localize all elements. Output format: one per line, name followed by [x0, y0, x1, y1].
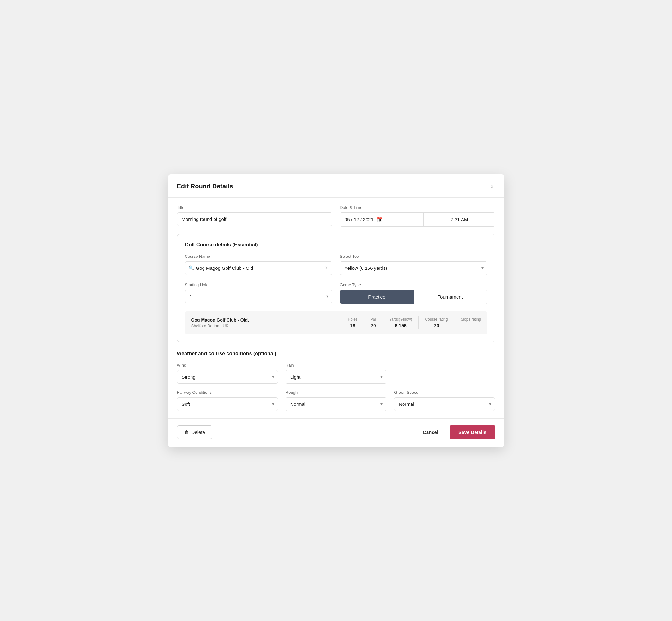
par-label: Par: [370, 317, 376, 322]
stat-divider-5: [454, 317, 454, 329]
stat-divider-2: [364, 317, 364, 329]
select-tee-label: Select Tee: [340, 254, 488, 259]
stat-divider-3: [383, 317, 383, 329]
wind-select-wrapper: None Light Moderate Strong Very Strong ▾: [177, 370, 278, 384]
course-clear-button[interactable]: ✕: [325, 265, 328, 271]
wind-group: Wind None Light Moderate Strong Very Str…: [177, 363, 278, 384]
title-date-row: Title Date & Time 05 / 12 / 2021 📅 7:31 …: [177, 205, 495, 226]
time-value: 7:31 AM: [451, 217, 468, 222]
modal-header: Edit Round Details ×: [168, 174, 504, 198]
select-tee-group: Select Tee Yellow (6,156 yards) ▾: [340, 254, 488, 275]
title-group: Title: [177, 205, 333, 226]
spacer: [394, 363, 495, 384]
save-button[interactable]: Save Details: [450, 425, 495, 439]
rough-select[interactable]: Short Normal Long: [286, 397, 386, 411]
holes-value: 18: [350, 323, 355, 328]
datetime-label: Date & Time: [340, 205, 495, 210]
wind-rain-row: Wind None Light Moderate Strong Very Str…: [177, 363, 495, 384]
game-type-label: Game Type: [340, 282, 488, 287]
course-info-name: Gog Magog Golf Club - Old, Shelford Bott…: [191, 318, 335, 328]
green-speed-select-wrapper: Slow Normal Fast Very Fast ▾: [394, 397, 495, 411]
green-speed-group: Green Speed Slow Normal Fast Very Fast ▾: [394, 390, 495, 411]
modal-body: Title Date & Time 05 / 12 / 2021 📅 7:31 …: [168, 198, 504, 418]
stat-divider-1: [341, 317, 341, 329]
time-field[interactable]: 7:31 AM: [424, 213, 495, 226]
course-location: Shelford Bottom, UK: [191, 323, 335, 328]
wind-label: Wind: [177, 363, 278, 368]
par-stat: Par 70: [370, 317, 376, 328]
course-info-bar: Gog Magog Golf Club - Old, Shelford Bott…: [185, 312, 488, 334]
yards-value: 6,156: [395, 323, 407, 328]
course-name-label: Course Name: [185, 254, 333, 259]
course-search-wrapper: 🔍 ✕: [185, 261, 333, 275]
rough-group: Rough Short Normal Long ▾: [286, 390, 386, 411]
golf-section-title: Golf Course details (Essential): [185, 242, 488, 248]
starting-hole-label: Starting Hole: [185, 282, 333, 287]
yards-stat: Yards(Yellow) 6,156: [389, 317, 412, 328]
rain-label: Rain: [286, 363, 386, 368]
holes-label: Holes: [348, 317, 358, 322]
par-value: 70: [371, 323, 376, 328]
starting-hole-group: Starting Hole 1 ▾: [185, 282, 333, 304]
datetime-group: Date & Time 05 / 12 / 2021 📅 7:31 AM: [340, 205, 495, 226]
fairway-rough-green-row: Fairway Conditions Soft Normal Hard ▾ Ro…: [177, 390, 495, 411]
slope-rating-stat: Slope rating -: [461, 317, 481, 328]
stat-divider-4: [418, 317, 419, 329]
cancel-button[interactable]: Cancel: [418, 426, 443, 439]
rain-select[interactable]: None Light Moderate Heavy: [286, 370, 386, 384]
search-icon: 🔍: [189, 265, 194, 271]
yards-label: Yards(Yellow): [389, 317, 412, 322]
course-name-display: Gog Magog Golf Club - Old,: [191, 318, 335, 323]
tee-select[interactable]: Yellow (6,156 yards): [340, 261, 488, 275]
title-label: Title: [177, 205, 333, 210]
close-button[interactable]: ×: [489, 182, 495, 191]
slope-rating-value: -: [470, 323, 472, 328]
delete-button[interactable]: 🗑 Delete: [177, 425, 212, 439]
title-input[interactable]: [177, 212, 333, 226]
date-field[interactable]: 05 / 12 / 2021 📅: [340, 213, 424, 226]
game-type-toggle: Practice Tournament: [340, 290, 488, 304]
footer-right: Cancel Save Details: [418, 425, 495, 439]
course-search-input[interactable]: [185, 261, 333, 275]
rough-select-wrapper: Short Normal Long ▾: [286, 397, 386, 411]
trash-icon: 🗑: [184, 429, 189, 435]
rain-group: Rain None Light Moderate Heavy ▾: [286, 363, 386, 384]
hole-select-wrapper: 1 ▾: [185, 290, 333, 303]
course-rating-label: Course rating: [425, 317, 448, 322]
weather-section: Weather and course conditions (optional)…: [177, 351, 495, 411]
starting-hole-select[interactable]: 1: [185, 290, 333, 303]
edit-round-modal: Edit Round Details × Title Date & Time 0…: [168, 174, 504, 447]
tee-select-wrapper: Yellow (6,156 yards) ▾: [340, 261, 488, 275]
game-type-group: Game Type Practice Tournament: [340, 282, 488, 304]
date-value: 05 / 12 / 2021: [344, 217, 374, 222]
rough-label: Rough: [286, 390, 386, 395]
golf-course-section: Golf Course details (Essential) Course N…: [177, 234, 495, 342]
tournament-button[interactable]: Tournament: [414, 290, 487, 303]
modal-title: Edit Round Details: [177, 183, 233, 190]
course-name-group: Course Name 🔍 ✕: [185, 254, 333, 275]
fairway-select[interactable]: Soft Normal Hard: [177, 397, 278, 411]
course-rating-value: 70: [434, 323, 439, 328]
modal-footer: 🗑 Delete Cancel Save Details: [168, 418, 504, 447]
hole-gametype-row: Starting Hole 1 ▾ Game Type Practice Tou…: [185, 282, 488, 304]
slope-rating-label: Slope rating: [461, 317, 481, 322]
weather-section-title: Weather and course conditions (optional): [177, 351, 495, 357]
course-rating-stat: Course rating 70: [425, 317, 448, 328]
fairway-select-wrapper: Soft Normal Hard ▾: [177, 397, 278, 411]
green-speed-label: Green Speed: [394, 390, 495, 395]
practice-button[interactable]: Practice: [340, 290, 414, 303]
wind-select[interactable]: None Light Moderate Strong Very Strong: [177, 370, 278, 384]
date-time-group: 05 / 12 / 2021 📅 7:31 AM: [340, 212, 495, 226]
course-tee-row: Course Name 🔍 ✕ Select Tee Yellow (6,156…: [185, 254, 488, 275]
holes-stat: Holes 18: [348, 317, 358, 328]
delete-label: Delete: [192, 429, 205, 435]
fairway-label: Fairway Conditions: [177, 390, 278, 395]
fairway-group: Fairway Conditions Soft Normal Hard ▾: [177, 390, 278, 411]
rain-select-wrapper: None Light Moderate Heavy ▾: [286, 370, 386, 384]
green-speed-select[interactable]: Slow Normal Fast Very Fast: [394, 397, 495, 411]
calendar-icon: 📅: [377, 216, 383, 222]
